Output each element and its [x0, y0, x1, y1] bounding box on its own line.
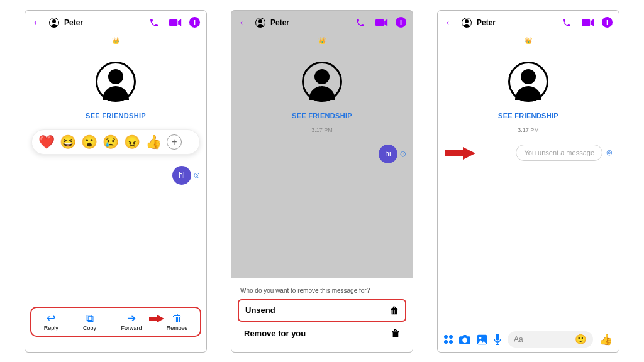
- unsent-message-row: You unsent a message ◎: [438, 145, 619, 161]
- annotation-arrow-icon: [149, 315, 164, 322]
- voice-call-icon[interactable]: [147, 18, 162, 28]
- reaction-picker: ❤️ 😆 😮 😢 😠 👍 +: [31, 129, 200, 155]
- message-input-placeholder: Aa: [514, 335, 523, 344]
- screen-2-unsend-sheet: ← Peter i 👑 SEE FRIENDSHIP 3:17 PM hi ◎ …: [231, 10, 413, 353]
- reply-label: Reply: [44, 325, 58, 331]
- crown-icon: 👑: [438, 37, 619, 44]
- forward-label: Forward: [121, 325, 142, 331]
- remove-for-you-option[interactable]: Remove for you 🗑: [238, 322, 406, 344]
- thumbs-up-icon[interactable]: 👍: [599, 333, 613, 346]
- reaction-like[interactable]: 👍: [145, 134, 162, 150]
- message-timestamp: 3:17 PM: [231, 127, 413, 133]
- message-row: hi ◎: [231, 145, 413, 163]
- crown-icon: 👑: [231, 37, 413, 44]
- contact-avatar-icon[interactable]: [462, 18, 472, 28]
- top-bar: ← Peter i: [438, 11, 619, 35]
- sent-message-bubble[interactable]: hi: [379, 145, 397, 163]
- forward-icon: ➔: [127, 312, 136, 325]
- emoji-picker-icon[interactable]: 🙂: [575, 334, 587, 345]
- info-icon[interactable]: i: [396, 17, 406, 28]
- crown-icon: 👑: [25, 37, 206, 44]
- unsent-message-bubble: You unsent a message: [516, 145, 602, 161]
- delivered-check-icon: ◎: [606, 148, 613, 156]
- svg-rect-2: [582, 19, 590, 26]
- trash-icon: 🗑: [391, 328, 400, 338]
- contact-avatar-icon[interactable]: [255, 18, 265, 28]
- video-call-icon[interactable]: [167, 18, 184, 27]
- profile-avatar-large[interactable]: [302, 62, 342, 102]
- contact-name[interactable]: Peter: [270, 18, 289, 27]
- top-bar: ← Peter i: [25, 11, 206, 35]
- unsend-label: Unsend: [245, 305, 275, 315]
- svg-rect-5: [496, 334, 499, 341]
- svg-point-4: [479, 336, 482, 339]
- chat-body: 👑 SEE FRIENDSHIP 3:17 PM hi ◎ Who do you…: [231, 35, 413, 352]
- reply-icon: ↩: [47, 312, 55, 325]
- profile-avatar-large[interactable]: [96, 62, 136, 102]
- svg-rect-1: [375, 19, 384, 26]
- svg-rect-0: [169, 19, 177, 26]
- video-call-icon[interactable]: [579, 18, 597, 27]
- message-timestamp: 3:17 PM: [438, 127, 619, 133]
- chat-body: 👑 SEE FRIENDSHIP 3:17 PM You unsent a me…: [438, 35, 619, 352]
- delivered-check-icon: ◎: [400, 150, 406, 158]
- reaction-laugh[interactable]: 😆: [60, 134, 76, 150]
- message-row: hi ◎: [25, 166, 206, 185]
- reaction-angry[interactable]: 😠: [124, 134, 140, 150]
- forward-button[interactable]: ➔ Forward: [121, 312, 142, 331]
- see-friendship-link[interactable]: SEE FRIENDSHIP: [438, 112, 619, 119]
- voice-call-icon[interactable]: [353, 18, 368, 28]
- apps-menu-icon[interactable]: [444, 335, 453, 344]
- sent-message-bubble[interactable]: hi: [172, 166, 191, 185]
- contact-avatar-icon[interactable]: [49, 18, 59, 28]
- reaction-add-icon[interactable]: +: [167, 134, 182, 150]
- trash-icon: 🗑: [390, 305, 399, 315]
- unsend-option[interactable]: Unsend 🗑: [238, 299, 406, 322]
- remove-for-you-label: Remove for you: [244, 329, 306, 338]
- reply-button[interactable]: ↩ Reply: [44, 312, 58, 331]
- chat-body: 👑 SEE FRIENDSHIP ❤️ 😆 😮 😢 😠 👍 + hi ◎ ↩ R…: [25, 35, 206, 352]
- copy-label: Copy: [83, 325, 96, 331]
- remove-button[interactable]: 🗑 Remove: [167, 312, 188, 331]
- remove-label: Remove: [167, 325, 188, 331]
- sheet-title: Who do you want to remove this message f…: [238, 283, 406, 299]
- annotation-arrow-icon: [445, 147, 475, 160]
- contact-name[interactable]: Peter: [477, 18, 496, 27]
- voice-call-icon[interactable]: [559, 18, 574, 28]
- screen-3-unsent-result: ← Peter i 👑 SEE FRIENDSHIP 3:17 PM You u…: [437, 10, 619, 353]
- copy-button[interactable]: ⧉ Copy: [83, 312, 96, 331]
- trash-icon: 🗑: [172, 312, 182, 325]
- screen-1-message-actions: ← Peter i 👑 SEE FRIENDSHIP ❤️ 😆 😮 😢 😠 👍 …: [25, 10, 207, 353]
- see-friendship-link[interactable]: SEE FRIENDSHIP: [25, 112, 206, 119]
- message-composer: Aa 🙂 👍: [438, 327, 619, 352]
- profile-avatar-large[interactable]: [508, 62, 548, 102]
- microphone-icon[interactable]: [494, 334, 501, 345]
- camera-icon[interactable]: [459, 335, 470, 344]
- top-bar: ← Peter i: [231, 11, 413, 35]
- gallery-icon[interactable]: [477, 334, 487, 345]
- contact-name[interactable]: Peter: [64, 18, 83, 27]
- info-icon[interactable]: i: [602, 17, 613, 28]
- remove-message-sheet: Who do you want to remove this message f…: [231, 278, 413, 352]
- back-arrow-icon[interactable]: ←: [444, 15, 457, 30]
- info-icon[interactable]: i: [189, 17, 200, 28]
- copy-icon: ⧉: [86, 312, 94, 325]
- reaction-heart[interactable]: ❤️: [38, 134, 55, 150]
- message-input[interactable]: Aa 🙂: [508, 331, 593, 348]
- back-arrow-icon[interactable]: ←: [31, 15, 44, 30]
- delivered-check-icon: ◎: [194, 171, 200, 179]
- back-arrow-icon[interactable]: ←: [238, 15, 250, 30]
- video-call-icon[interactable]: [373, 18, 391, 27]
- see-friendship-link[interactable]: SEE FRIENDSHIP: [231, 112, 413, 119]
- reaction-wow[interactable]: 😮: [81, 134, 97, 150]
- message-action-bar: ↩ Reply ⧉ Copy ➔ Forward 🗑 Remove: [30, 307, 201, 337]
- reaction-cry[interactable]: 😢: [103, 134, 119, 150]
